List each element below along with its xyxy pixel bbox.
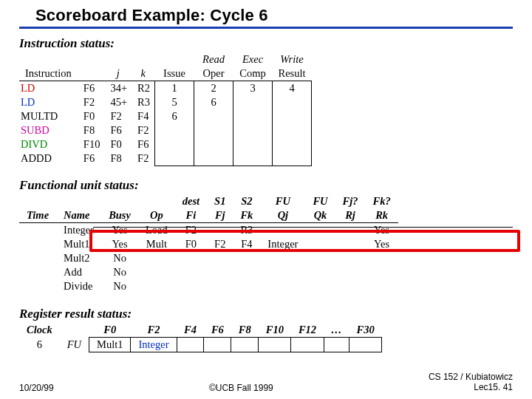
instr-k: F4 (132, 109, 154, 123)
section-instruction-status: Instruction status: (19, 36, 513, 51)
instruction-status-table: Read Exec Write Instruction j k Issue Op… (19, 52, 312, 166)
col-write: Write (273, 52, 312, 66)
instr-op: LD (19, 81, 78, 96)
reg-col: F6 (204, 323, 231, 338)
instr-k: R3 (132, 95, 154, 109)
table-row: Mult1YesMultF0F2F4IntegerYes (19, 237, 398, 251)
title-rule (19, 27, 513, 29)
col-read: Read (194, 52, 233, 66)
col-oper: Oper (194, 66, 233, 81)
reg-cell (259, 337, 291, 352)
col-fu1: FU (260, 194, 305, 208)
strike-integer-row (93, 227, 513, 228)
instr-dest: F2 (78, 95, 105, 109)
reg-cell (291, 337, 324, 352)
reg-cell (349, 337, 382, 352)
footer: 10/20/99 ©UCB Fall 1999 CS 152 / Kubiato… (19, 372, 513, 393)
fu-status-table: dest S1 S2 FU FU Fj? Fk? Time Name Busy … (19, 194, 398, 293)
col-j: j (104, 66, 132, 81)
col-op: Op (138, 208, 175, 223)
table-row: AddNo (19, 265, 398, 279)
col-qj: Qj (260, 208, 305, 223)
instr-dest: F10 (78, 137, 105, 151)
table-row: Mult2No (19, 251, 398, 265)
reg-cell: Integer (131, 337, 177, 352)
col-qk: Qk (305, 208, 335, 223)
col-busy: Busy (101, 208, 138, 223)
table-row: DivideNo (19, 279, 398, 293)
reg-col: F30 (349, 323, 382, 338)
instr-k: R2 (132, 81, 154, 96)
reg-col: F10 (259, 323, 291, 338)
slide-title: Scoreboard Example: Cycle 6 (19, 6, 513, 25)
reg-col: F8 (231, 323, 259, 338)
reg-cell (204, 337, 231, 352)
clock-label: Clock (19, 323, 60, 338)
instr-dest: F6 (78, 151, 105, 166)
col-fk: Fk (233, 208, 260, 223)
instr-j: 45+ (104, 95, 132, 109)
fu-label: FU (60, 337, 89, 352)
instr-j: F8 (104, 151, 132, 166)
table-row: MULTDF0F2F46 (19, 109, 312, 123)
col-s1: S1 (207, 194, 233, 208)
col-rj: Rj (335, 208, 366, 223)
table-row: SUBDF8F6F2 (19, 123, 312, 137)
reg-cell: Mult1 (89, 337, 130, 352)
instr-j: 34+ (104, 81, 132, 96)
table-row: LDF634+R21234 (19, 81, 312, 96)
reg-cell (324, 337, 349, 352)
reg-cell (231, 337, 259, 352)
instr-op: MULTD (19, 109, 78, 123)
col-s2: S2 (233, 194, 260, 208)
instr-op: ADDD (19, 151, 78, 166)
col-fj: Fj (207, 208, 233, 223)
col-fkq: Fk? (366, 194, 398, 208)
instr-op: SUBD (19, 123, 78, 137)
footer-date: 10/20/99 (19, 383, 54, 393)
col-fu2: FU (305, 194, 335, 208)
instr-op: DIVD (19, 137, 78, 151)
reg-cell (177, 337, 204, 352)
reg-col: F12 (291, 323, 324, 338)
instr-dest: F8 (78, 123, 105, 137)
table-row: IntegerYesLoadF2R3Yes (19, 222, 398, 237)
footer-course: CS 152 / Kubiatowicz (429, 372, 513, 383)
instr-j: F2 (104, 109, 132, 123)
instr-k: F2 (132, 151, 154, 166)
instr-op: LD (19, 95, 78, 109)
clock-value: 6 (19, 337, 60, 352)
slide: Scoreboard Example: Cycle 6 Instruction … (0, 0, 532, 399)
col-time: Time (19, 208, 56, 223)
col-fjq: Fj? (335, 194, 366, 208)
register-result-table: ClockF0F2F4F6F8F10F12…F30 6FUMult1Intege… (19, 323, 382, 352)
section-regres: Register result status: (19, 307, 513, 321)
fu-table-wrap: dest S1 S2 FU FU Fj? Fk? Time Name Busy … (19, 194, 513, 293)
table-row: DIVDF10F0F6 (19, 137, 312, 151)
instr-dest: F6 (78, 81, 105, 96)
reg-col: F4 (177, 323, 204, 338)
reg-col: F2 (131, 323, 177, 338)
table-row: LDF245+R356 (19, 95, 312, 109)
reg-col: F0 (89, 323, 130, 338)
instr-j: F0 (104, 137, 132, 151)
footer-right: CS 152 / Kubiatowicz Lec15. 41 (429, 372, 513, 393)
col-exec: Exec (233, 52, 273, 66)
col-fi: Fi (175, 208, 207, 223)
footer-lec: Lec15. 41 (429, 383, 513, 393)
reg-col: … (324, 323, 349, 338)
table-row: ADDDF6F8F2 (19, 151, 312, 166)
col-dest: dest (175, 194, 207, 208)
instr-dest: F0 (78, 109, 105, 123)
col-comp: Comp (233, 66, 273, 81)
instr-k: F2 (132, 123, 154, 137)
col-name: Name (56, 208, 101, 223)
col-rk: Rk (366, 208, 398, 223)
col-k: k (132, 66, 154, 81)
col-issue: Issue (155, 66, 194, 81)
instr-j: F6 (104, 123, 132, 137)
footer-center: ©UCB Fall 1999 (209, 383, 273, 393)
col-instruction: Instruction (19, 66, 78, 81)
col-result: Result (273, 66, 312, 81)
section-fu-status: Functional unit status: (19, 178, 513, 193)
